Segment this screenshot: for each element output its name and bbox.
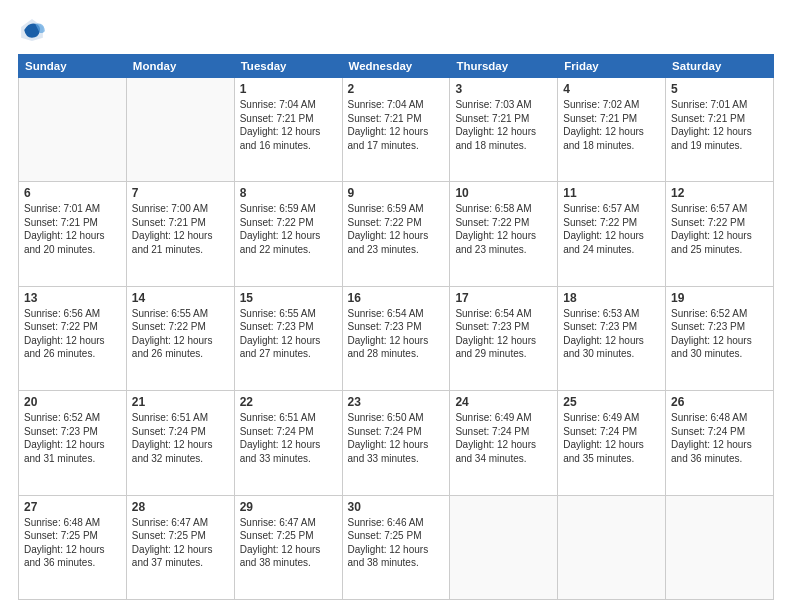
day-info: Sunrise: 6:47 AM Sunset: 7:25 PM Dayligh… xyxy=(132,516,229,570)
weekday-header: Monday xyxy=(126,55,234,78)
day-number: 18 xyxy=(563,291,660,305)
day-info: Sunrise: 6:57 AM Sunset: 7:22 PM Dayligh… xyxy=(671,202,768,256)
calendar-week-row: 13Sunrise: 6:56 AM Sunset: 7:22 PM Dayli… xyxy=(19,286,774,390)
day-number: 10 xyxy=(455,186,552,200)
calendar-cell xyxy=(666,495,774,599)
calendar-cell: 23Sunrise: 6:50 AM Sunset: 7:24 PM Dayli… xyxy=(342,391,450,495)
calendar-cell: 20Sunrise: 6:52 AM Sunset: 7:23 PM Dayli… xyxy=(19,391,127,495)
day-info: Sunrise: 6:48 AM Sunset: 7:24 PM Dayligh… xyxy=(671,411,768,465)
day-number: 21 xyxy=(132,395,229,409)
day-info: Sunrise: 6:49 AM Sunset: 7:24 PM Dayligh… xyxy=(455,411,552,465)
calendar-cell: 16Sunrise: 6:54 AM Sunset: 7:23 PM Dayli… xyxy=(342,286,450,390)
calendar-table: SundayMondayTuesdayWednesdayThursdayFrid… xyxy=(18,54,774,600)
day-number: 8 xyxy=(240,186,337,200)
calendar-cell: 15Sunrise: 6:55 AM Sunset: 7:23 PM Dayli… xyxy=(234,286,342,390)
calendar-cell xyxy=(126,78,234,182)
calendar-cell: 11Sunrise: 6:57 AM Sunset: 7:22 PM Dayli… xyxy=(558,182,666,286)
day-info: Sunrise: 6:51 AM Sunset: 7:24 PM Dayligh… xyxy=(132,411,229,465)
header xyxy=(18,16,774,44)
calendar-cell: 2Sunrise: 7:04 AM Sunset: 7:21 PM Daylig… xyxy=(342,78,450,182)
day-number: 22 xyxy=(240,395,337,409)
logo-icon xyxy=(18,16,46,44)
calendar-cell: 12Sunrise: 6:57 AM Sunset: 7:22 PM Dayli… xyxy=(666,182,774,286)
day-info: Sunrise: 7:02 AM Sunset: 7:21 PM Dayligh… xyxy=(563,98,660,152)
day-number: 20 xyxy=(24,395,121,409)
calendar-cell: 4Sunrise: 7:02 AM Sunset: 7:21 PM Daylig… xyxy=(558,78,666,182)
calendar-cell: 13Sunrise: 6:56 AM Sunset: 7:22 PM Dayli… xyxy=(19,286,127,390)
calendar-cell: 6Sunrise: 7:01 AM Sunset: 7:21 PM Daylig… xyxy=(19,182,127,286)
day-number: 24 xyxy=(455,395,552,409)
calendar-week-row: 6Sunrise: 7:01 AM Sunset: 7:21 PM Daylig… xyxy=(19,182,774,286)
calendar-cell: 30Sunrise: 6:46 AM Sunset: 7:25 PM Dayli… xyxy=(342,495,450,599)
day-number: 13 xyxy=(24,291,121,305)
day-number: 5 xyxy=(671,82,768,96)
weekday-header: Friday xyxy=(558,55,666,78)
day-number: 4 xyxy=(563,82,660,96)
day-number: 2 xyxy=(348,82,445,96)
day-number: 12 xyxy=(671,186,768,200)
day-number: 25 xyxy=(563,395,660,409)
day-info: Sunrise: 6:57 AM Sunset: 7:22 PM Dayligh… xyxy=(563,202,660,256)
day-info: Sunrise: 6:47 AM Sunset: 7:25 PM Dayligh… xyxy=(240,516,337,570)
day-info: Sunrise: 7:03 AM Sunset: 7:21 PM Dayligh… xyxy=(455,98,552,152)
calendar-cell: 3Sunrise: 7:03 AM Sunset: 7:21 PM Daylig… xyxy=(450,78,558,182)
day-number: 30 xyxy=(348,500,445,514)
calendar-cell: 21Sunrise: 6:51 AM Sunset: 7:24 PM Dayli… xyxy=(126,391,234,495)
day-number: 3 xyxy=(455,82,552,96)
day-number: 27 xyxy=(24,500,121,514)
calendar-cell: 8Sunrise: 6:59 AM Sunset: 7:22 PM Daylig… xyxy=(234,182,342,286)
page: SundayMondayTuesdayWednesdayThursdayFrid… xyxy=(0,0,792,612)
calendar-cell: 7Sunrise: 7:00 AM Sunset: 7:21 PM Daylig… xyxy=(126,182,234,286)
calendar-cell: 22Sunrise: 6:51 AM Sunset: 7:24 PM Dayli… xyxy=(234,391,342,495)
day-info: Sunrise: 6:54 AM Sunset: 7:23 PM Dayligh… xyxy=(348,307,445,361)
day-number: 19 xyxy=(671,291,768,305)
calendar-cell: 19Sunrise: 6:52 AM Sunset: 7:23 PM Dayli… xyxy=(666,286,774,390)
weekday-header: Tuesday xyxy=(234,55,342,78)
day-number: 26 xyxy=(671,395,768,409)
day-number: 14 xyxy=(132,291,229,305)
calendar-cell: 17Sunrise: 6:54 AM Sunset: 7:23 PM Dayli… xyxy=(450,286,558,390)
day-number: 15 xyxy=(240,291,337,305)
day-info: Sunrise: 6:59 AM Sunset: 7:22 PM Dayligh… xyxy=(348,202,445,256)
day-number: 11 xyxy=(563,186,660,200)
calendar-cell: 9Sunrise: 6:59 AM Sunset: 7:22 PM Daylig… xyxy=(342,182,450,286)
day-number: 1 xyxy=(240,82,337,96)
weekday-header: Wednesday xyxy=(342,55,450,78)
calendar-week-row: 20Sunrise: 6:52 AM Sunset: 7:23 PM Dayli… xyxy=(19,391,774,495)
day-info: Sunrise: 6:52 AM Sunset: 7:23 PM Dayligh… xyxy=(24,411,121,465)
calendar-cell xyxy=(558,495,666,599)
day-number: 16 xyxy=(348,291,445,305)
weekday-header-row: SundayMondayTuesdayWednesdayThursdayFrid… xyxy=(19,55,774,78)
calendar-cell: 28Sunrise: 6:47 AM Sunset: 7:25 PM Dayli… xyxy=(126,495,234,599)
weekday-header: Thursday xyxy=(450,55,558,78)
calendar-cell xyxy=(19,78,127,182)
calendar-cell xyxy=(450,495,558,599)
day-info: Sunrise: 6:51 AM Sunset: 7:24 PM Dayligh… xyxy=(240,411,337,465)
day-info: Sunrise: 6:59 AM Sunset: 7:22 PM Dayligh… xyxy=(240,202,337,256)
calendar-cell: 29Sunrise: 6:47 AM Sunset: 7:25 PM Dayli… xyxy=(234,495,342,599)
day-number: 7 xyxy=(132,186,229,200)
day-info: Sunrise: 6:56 AM Sunset: 7:22 PM Dayligh… xyxy=(24,307,121,361)
calendar-cell: 5Sunrise: 7:01 AM Sunset: 7:21 PM Daylig… xyxy=(666,78,774,182)
day-info: Sunrise: 7:01 AM Sunset: 7:21 PM Dayligh… xyxy=(671,98,768,152)
day-number: 29 xyxy=(240,500,337,514)
calendar-cell: 10Sunrise: 6:58 AM Sunset: 7:22 PM Dayli… xyxy=(450,182,558,286)
day-info: Sunrise: 7:01 AM Sunset: 7:21 PM Dayligh… xyxy=(24,202,121,256)
day-info: Sunrise: 7:00 AM Sunset: 7:21 PM Dayligh… xyxy=(132,202,229,256)
day-number: 9 xyxy=(348,186,445,200)
calendar-cell: 1Sunrise: 7:04 AM Sunset: 7:21 PM Daylig… xyxy=(234,78,342,182)
day-number: 6 xyxy=(24,186,121,200)
day-info: Sunrise: 6:58 AM Sunset: 7:22 PM Dayligh… xyxy=(455,202,552,256)
day-info: Sunrise: 6:49 AM Sunset: 7:24 PM Dayligh… xyxy=(563,411,660,465)
calendar-cell: 26Sunrise: 6:48 AM Sunset: 7:24 PM Dayli… xyxy=(666,391,774,495)
day-number: 17 xyxy=(455,291,552,305)
day-info: Sunrise: 6:53 AM Sunset: 7:23 PM Dayligh… xyxy=(563,307,660,361)
calendar-week-row: 27Sunrise: 6:48 AM Sunset: 7:25 PM Dayli… xyxy=(19,495,774,599)
day-info: Sunrise: 6:55 AM Sunset: 7:23 PM Dayligh… xyxy=(240,307,337,361)
day-info: Sunrise: 6:46 AM Sunset: 7:25 PM Dayligh… xyxy=(348,516,445,570)
logo xyxy=(18,16,50,44)
calendar-week-row: 1Sunrise: 7:04 AM Sunset: 7:21 PM Daylig… xyxy=(19,78,774,182)
weekday-header: Sunday xyxy=(19,55,127,78)
day-info: Sunrise: 6:50 AM Sunset: 7:24 PM Dayligh… xyxy=(348,411,445,465)
day-info: Sunrise: 7:04 AM Sunset: 7:21 PM Dayligh… xyxy=(348,98,445,152)
